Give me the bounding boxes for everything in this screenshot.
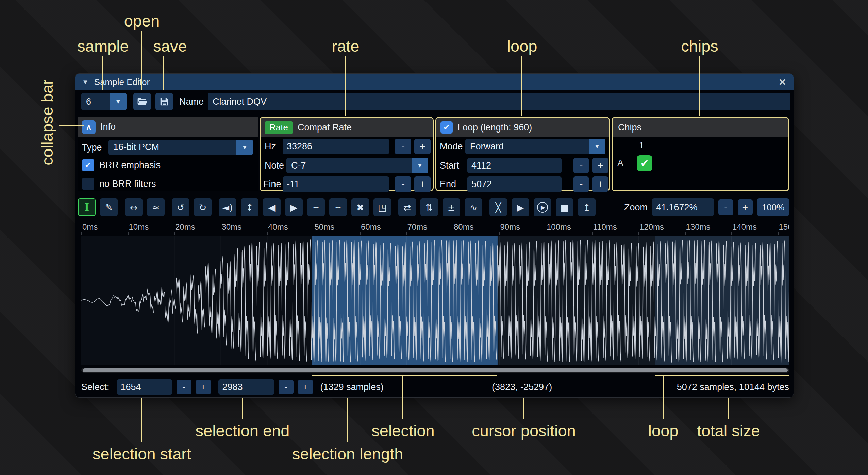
ruler-tick xyxy=(81,232,82,235)
loop-enable-checkbox[interactable]: ✔ xyxy=(440,121,453,134)
chevron-up-icon: ∧ xyxy=(86,122,92,132)
stop-preview-icon: ■ xyxy=(560,203,569,212)
toolbar-button-stop-preview[interactable]: ■ xyxy=(556,198,573,216)
toolbar-button-edit-select[interactable]: I xyxy=(78,198,96,216)
fine-minus-button[interactable]: - xyxy=(395,176,411,192)
ruler-tick xyxy=(221,232,221,235)
annotation-line-selection-length xyxy=(347,398,348,442)
timeline-ruler[interactable]: 0ms10ms20ms30ms40ms50ms60ms70ms80ms90ms1… xyxy=(81,220,789,235)
brr-emphasis-label: BRR emphasis xyxy=(99,160,161,171)
chevron-down-icon: ▼ xyxy=(412,158,428,173)
toolbar-button-trim[interactable]: ◳ xyxy=(373,198,391,216)
selection-end-minus-button[interactable]: - xyxy=(279,380,294,394)
type-selector[interactable]: 16-bit PCM ▼ xyxy=(108,140,253,155)
open-button[interactable] xyxy=(133,93,151,110)
loop-start-plus-button[interactable]: + xyxy=(592,158,608,173)
toolbar-button-edit-draw[interactable]: ✎ xyxy=(100,198,118,216)
hz-input[interactable]: 33286 xyxy=(283,139,389,154)
ruler-label-20ms: 20ms xyxy=(175,222,195,232)
annotation-line-chips xyxy=(699,56,700,116)
zoom-out-button[interactable]: - xyxy=(718,199,733,215)
toolbar-button-resample[interactable]: ≈ xyxy=(147,198,165,216)
loop-end-input[interactable]: 5072 xyxy=(467,176,562,192)
hz-plus-button[interactable]: + xyxy=(414,139,431,154)
toolbar-group: ╳▶▶■↥ xyxy=(489,198,596,216)
toolbar-button-amplify[interactable]: ◄) xyxy=(219,198,236,216)
collapse-bar-button[interactable]: ∧ xyxy=(82,120,96,134)
fine-plus-button[interactable]: + xyxy=(414,176,431,192)
total-size-text: 5072 samples, 10144 bytes xyxy=(677,379,789,395)
ruler-label-60ms: 60ms xyxy=(361,222,381,232)
annotation-bracket-loop xyxy=(655,375,789,376)
selection-start-minus-button[interactable]: - xyxy=(177,380,191,394)
sample-selector[interactable]: 6 ▼ xyxy=(81,93,127,110)
zoom-in-button[interactable]: + xyxy=(738,199,753,215)
waveform-canvas[interactable] xyxy=(81,236,789,365)
loop-end-plus-button[interactable]: + xyxy=(592,176,608,192)
ruler-tick xyxy=(546,232,546,235)
toolbar-button-invert[interactable]: ⇅ xyxy=(420,198,438,216)
note-value: C-7 xyxy=(286,158,412,173)
loop-mode-value: Forward xyxy=(465,139,589,154)
toolbar-button-apply-silence[interactable]: ┄ xyxy=(329,198,347,216)
toolbar-button-delete[interactable]: ✖ xyxy=(351,198,369,216)
toolbar-button-undo[interactable]: ↺ xyxy=(172,198,189,216)
fine-input[interactable]: -11 xyxy=(283,176,389,192)
ruler-label-40ms: 40ms xyxy=(268,222,288,232)
annotation-line-sample xyxy=(102,56,103,90)
brr-emphasis-checkbox[interactable]: ✔ xyxy=(82,159,94,171)
info-panel-header: ∧ Info xyxy=(78,117,258,137)
toolbar-button-reverse[interactable]: ⇄ xyxy=(398,198,416,216)
window-collapse-icon[interactable]: ▼ xyxy=(82,78,89,86)
toolbar-button-resize[interactable]: ↔ xyxy=(125,198,143,216)
zoom-input[interactable]: 41.1672% xyxy=(652,198,714,216)
no-brr-filters-label: no BRR filters xyxy=(99,179,156,189)
zoom-reset-button[interactable]: 100% xyxy=(757,198,789,216)
rate-panel-header: Rate Compat Rate xyxy=(261,118,433,137)
ruler-tick xyxy=(174,232,175,235)
loop-mode-selector[interactable]: Forward ▼ xyxy=(465,139,605,154)
preview-in-context-icon: ▶ xyxy=(537,202,548,213)
annotation-line-total-size xyxy=(728,398,729,419)
ruler-tick xyxy=(778,232,779,235)
ruler-tick xyxy=(638,232,639,235)
ruler-label-80ms: 80ms xyxy=(454,222,474,232)
toolbar-button-preview[interactable]: ▶ xyxy=(512,198,529,216)
ruler-label-0ms: 0ms xyxy=(82,222,98,232)
toolbar-button-fade-in[interactable]: ◀ xyxy=(263,198,281,216)
save-button[interactable] xyxy=(155,93,173,110)
toolbar-button-apply-filter[interactable]: ∿ xyxy=(465,198,482,216)
selection-start-plus-button[interactable]: + xyxy=(196,380,211,394)
chip-enable-checkbox[interactable]: ✔ xyxy=(637,155,652,171)
loop-end-minus-button[interactable]: - xyxy=(573,176,589,192)
toolbar-button-crossfade-loop[interactable]: ╳ xyxy=(489,198,507,216)
note-selector[interactable]: C-7 ▼ xyxy=(286,158,428,173)
toolbar-button-sign-invert[interactable]: ± xyxy=(443,198,460,216)
annotation-line-open xyxy=(141,31,142,90)
ruler-tick xyxy=(128,232,129,235)
toolbar-button-import[interactable]: ↥ xyxy=(578,198,596,216)
annotation-open: open xyxy=(124,12,160,30)
waveform-scrollbar-thumb[interactable] xyxy=(83,368,788,372)
selection-start-input[interactable]: 1654 xyxy=(117,379,172,395)
toolbar-button-insert-silence[interactable]: ╌ xyxy=(307,198,325,216)
toolbar-button-normalize[interactable]: ↕ xyxy=(241,198,258,216)
selection-end-plus-button[interactable]: + xyxy=(298,380,313,394)
toolbar-button-redo[interactable]: ↻ xyxy=(194,198,212,216)
type-value: 16-bit PCM xyxy=(108,140,236,155)
loop-start-input[interactable]: 4112 xyxy=(467,158,562,173)
hz-minus-button[interactable]: - xyxy=(395,139,411,154)
annotation-cursor-position: cursor position xyxy=(472,421,576,440)
fine-label: Fine xyxy=(263,176,281,192)
no-brr-filters-checkbox[interactable] xyxy=(82,178,94,190)
selection-length-text: (1329 samples) xyxy=(320,382,384,392)
close-icon[interactable]: ✕ xyxy=(778,76,787,88)
toolbar-button-preview-in-context[interactable]: ▶ xyxy=(534,198,551,216)
loop-start-minus-button[interactable]: - xyxy=(573,158,589,173)
selection-end-input[interactable]: 2983 xyxy=(218,379,274,395)
sample-toolbar: I✎↔≈↺↻◄)↕◀▶╌┄✖◳⇄⇅±∿╳▶▶■↥ Zoom 41.1672% -… xyxy=(75,198,794,216)
chevron-down-icon: ▼ xyxy=(110,93,127,110)
toolbar-button-fade-out[interactable]: ▶ xyxy=(285,198,303,216)
insert-silence-icon: ╌ xyxy=(313,203,319,212)
name-input[interactable]: Clarinet DQV xyxy=(208,93,790,110)
